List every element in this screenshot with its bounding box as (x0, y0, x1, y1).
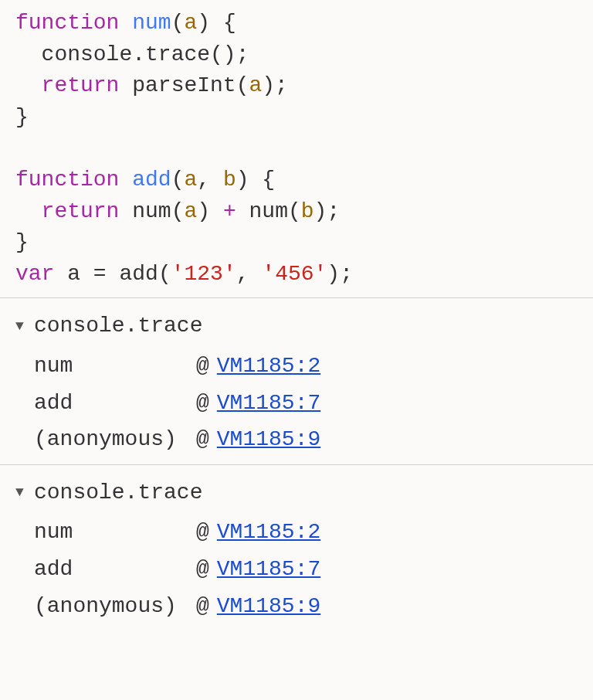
trace-row: (anonymous) @ VM1185:9 (15, 421, 578, 458)
trace-title: console.trace (34, 308, 202, 345)
trace-header[interactable]: ▼ console.trace (15, 308, 578, 345)
trace-function-name: (anonymous) (34, 588, 196, 625)
trace-row: add @ VM1185:7 (15, 551, 578, 588)
trace-at: @ (196, 348, 209, 385)
code-line-5 (15, 133, 578, 165)
code-line-8: } (15, 227, 578, 259)
code-line-3: return parseInt(a); (15, 70, 578, 102)
source-link[interactable]: VM1185:9 (217, 421, 320, 458)
code-line-6: function add(a, b) { (15, 165, 578, 196)
trace-function-name: add (34, 385, 196, 422)
code-line-1: function num(a) { (15, 8, 578, 39)
trace-row: num @ VM1185:2 (15, 514, 578, 551)
trace-header[interactable]: ▼ console.trace (15, 474, 578, 511)
trace-function-name: num (34, 514, 196, 551)
console-trace-group-1: ▼ console.trace num @ VM1185:2 add @ VM1… (0, 297, 593, 464)
trace-at: @ (196, 588, 209, 625)
trace-at: @ (196, 551, 209, 588)
trace-at: @ (196, 385, 209, 422)
trace-function-name: num (34, 348, 196, 385)
trace-function-name: (anonymous) (34, 421, 196, 458)
source-link[interactable]: VM1185:2 (217, 348, 320, 385)
code-editor[interactable]: function num(a) { console.trace(); retur… (0, 8, 593, 297)
chevron-down-icon[interactable]: ▼ (15, 481, 29, 505)
code-line-4: } (15, 102, 578, 134)
trace-row: num @ VM1185:2 (15, 348, 578, 385)
source-link[interactable]: VM1185:9 (217, 588, 320, 625)
trace-row: add @ VM1185:7 (15, 385, 578, 422)
trace-row: (anonymous) @ VM1185:9 (15, 588, 578, 625)
chevron-down-icon[interactable]: ▼ (15, 314, 29, 338)
code-line-9: var a = add('123', '456'); (15, 259, 578, 291)
source-link[interactable]: VM1185:7 (217, 551, 320, 588)
source-link[interactable]: VM1185:7 (217, 385, 320, 422)
trace-at: @ (196, 421, 209, 458)
source-link[interactable]: VM1185:2 (217, 514, 320, 551)
trace-function-name: add (34, 551, 196, 588)
code-line-2: console.trace(); (15, 39, 578, 71)
trace-at: @ (196, 514, 209, 551)
trace-title: console.trace (34, 474, 202, 511)
code-line-7: return num(a) + num(b); (15, 196, 578, 228)
console-trace-group-2: ▼ console.trace num @ VM1185:2 add @ VM1… (0, 464, 593, 630)
